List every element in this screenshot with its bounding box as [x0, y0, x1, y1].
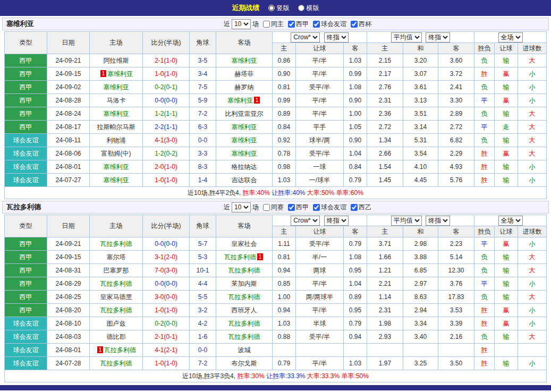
comp-filter-liga[interactable]: 西甲: [284, 203, 309, 212]
home-team-name[interactable]: 塞维利亚: [104, 110, 129, 117]
horizontal-radio[interactable]: [298, 5, 304, 11]
away-team-name[interactable]: 波城: [238, 346, 251, 354]
away-team-name[interactable]: 布尔戈斯: [232, 360, 257, 367]
handicap-line: 一/球半: [296, 174, 344, 187]
liga-checkbox[interactable]: [288, 21, 295, 28]
avg-odds-select[interactable]: 平均值: [391, 216, 422, 226]
away-team-name[interactable]: 塞维利亚: [232, 150, 257, 157]
final-odds-select[interactable]: 终指: [324, 32, 349, 42]
away-team-name[interactable]: 塞维利亚: [232, 137, 257, 144]
home-team-name[interactable]: 马洛卡: [107, 97, 126, 104]
away-team-cell: 赫罗纳: [216, 81, 273, 94]
final-odds-select[interactable]: 终指: [426, 32, 450, 42]
home-team-name[interactable]: 利物浦: [107, 137, 126, 144]
final-odds-select[interactable]: 终指: [324, 216, 349, 226]
home-team-name[interactable]: 瓦拉多利德: [100, 280, 132, 287]
home-team-name[interactable]: 塞维利亚: [104, 176, 129, 184]
away-team-name[interactable]: 塞维利亚: [232, 57, 257, 64]
layout-option-vertical[interactable]: 竖版: [268, 4, 290, 13]
home-team-name[interactable]: 德比郡: [107, 333, 126, 340]
comp-filter-friendly[interactable]: 球会友谊: [309, 203, 346, 212]
sub-header-handicap-result: 让球: [495, 43, 518, 54]
same-filter[interactable]: 同主: [259, 20, 284, 29]
avg-away-odds: 5.76: [438, 174, 474, 187]
friendly-checkbox[interactable]: [313, 21, 320, 28]
sub-header-away-odds: 客: [344, 43, 367, 54]
away-team-name[interactable]: 瓦拉多利德: [224, 253, 256, 261]
away-team-name[interactable]: 赫罗纳: [235, 83, 254, 91]
odds-source-select[interactable]: Crow*: [291, 216, 320, 226]
avg-away-odds: 2.72: [438, 121, 474, 134]
comp-filter-friendly[interactable]: 球会友谊: [309, 20, 346, 29]
home-team-name[interactable]: 图卢兹: [107, 320, 126, 327]
match-date: 24-08-01: [47, 160, 90, 174]
away-team-name[interactable]: 吉达联合: [232, 176, 257, 184]
away-team-name[interactable]: 塞维利亚: [232, 123, 257, 131]
vertical-radio[interactable]: [268, 5, 275, 11]
home-team-name[interactable]: 瓦拉多利德: [100, 306, 132, 314]
full-match-select[interactable]: 全场: [498, 32, 523, 42]
away-team-name[interactable]: 瓦拉多利德: [228, 320, 260, 327]
home-team-name[interactable]: 富勒姆(中): [101, 150, 131, 157]
comp-filter-liga[interactable]: 西甲: [284, 20, 309, 29]
comp-filter-cup[interactable]: 西杯: [346, 20, 371, 29]
home-team-name[interactable]: 塞维利亚: [107, 70, 133, 78]
segunda-checkbox[interactable]: [351, 204, 358, 211]
away-team-name[interactable]: 皇家社会: [232, 240, 257, 248]
match-row: 球会友谊 24-08-06 富勒姆(中) 1-2(0-2) 3-3 塞维利亚 0…: [5, 147, 547, 160]
period-header: 全场: [474, 215, 547, 226]
away-team-name[interactable]: 瓦拉多利德: [228, 333, 260, 340]
goals-outcome: 小: [518, 357, 547, 370]
page-title: 近期战绩: [232, 3, 260, 13]
same-checkbox[interactable]: [263, 204, 270, 211]
away-team-name[interactable]: 赫塔菲: [235, 70, 254, 78]
liga-checkbox[interactable]: [288, 204, 295, 211]
away-team-name[interactable]: 西班牙人: [232, 306, 257, 314]
away-team-name[interactable]: 塞维利亚: [227, 97, 253, 104]
avg-odds-select[interactable]: 平均值: [391, 32, 422, 42]
home-team-name[interactable]: 皇家马德里: [100, 293, 132, 301]
friendly-label: 球会友谊: [321, 203, 346, 212]
handicap-outcome: 输: [495, 251, 518, 264]
final-odds-select[interactable]: 终指: [426, 216, 450, 226]
cup-checkbox[interactable]: [351, 21, 358, 28]
away-team-name[interactable]: 莱加内斯: [232, 280, 257, 287]
goals-outcome: 小: [518, 277, 547, 291]
handicap-away-odds: 1.04: [344, 277, 367, 291]
home-team-name[interactable]: 塞尔塔: [107, 253, 126, 261]
away-team-name[interactable]: 格拉纳达: [232, 163, 257, 171]
avg-away-odds: 6.82: [438, 134, 474, 147]
avg-draw-odds: 2.97: [403, 277, 438, 291]
layout-option-horizontal[interactable]: 横版: [298, 4, 319, 13]
recent-count-select[interactable]: 10: [232, 202, 251, 212]
red-card-badge: 1: [100, 70, 106, 77]
home-team-name[interactable]: 瓦拉多利德: [104, 346, 136, 354]
home-team-name[interactable]: 阿拉维斯: [104, 57, 129, 64]
score-halftime: 1-0(1-0): [143, 357, 190, 370]
home-team-name[interactable]: 瓦拉多利德: [100, 240, 132, 248]
handicap-home-odds: 0.84: [273, 121, 296, 134]
friendly-checkbox[interactable]: [313, 204, 320, 211]
red-card-badge: 1: [257, 253, 263, 260]
away-team-name[interactable]: 瓦拉多利德: [228, 293, 260, 301]
score-halftime: 4-1(3-0): [143, 134, 190, 147]
home-team-name[interactable]: 巴塞罗那: [104, 267, 129, 274]
away-team-name[interactable]: 比利亚雷亚尔: [225, 110, 264, 117]
same-filter[interactable]: 同赛: [259, 203, 284, 212]
comp-filter-segunda[interactable]: 西乙: [346, 203, 371, 212]
home-team-name[interactable]: 拉斯帕尔马斯: [97, 123, 135, 131]
home-team-name[interactable]: 瓦拉多利德: [100, 360, 132, 367]
sub-header-avg-away: 客: [438, 226, 474, 237]
away-team-name[interactable]: 瓦拉多利德: [228, 267, 260, 274]
full-match-select[interactable]: 全场: [498, 216, 523, 226]
handicap-home-odds: 0.81: [273, 251, 296, 264]
match-date: 24-09-15: [47, 251, 90, 264]
home-team-name[interactable]: 塞维利亚: [104, 163, 129, 171]
recent-count-select[interactable]: 10: [232, 19, 251, 29]
sub-header-avg-draw: 和: [403, 43, 438, 54]
same-checkbox[interactable]: [263, 21, 270, 28]
goals-outcome: 大: [518, 330, 547, 344]
avg-away-odds: 4.93: [438, 160, 474, 174]
home-team-name[interactable]: 塞维利亚: [104, 83, 129, 91]
odds-source-select[interactable]: Crow*: [291, 32, 320, 42]
